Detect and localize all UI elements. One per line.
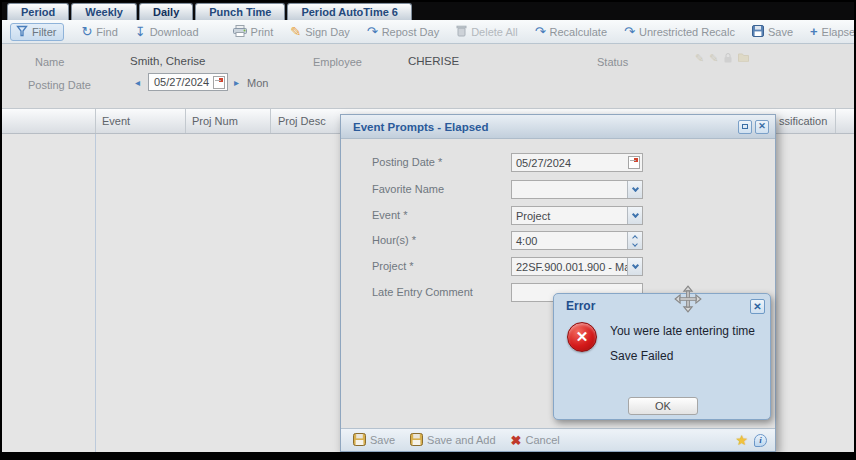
screen-frame: Period Weekly Daily Punch Time Period Au… <box>0 0 856 460</box>
filter-icon <box>16 25 28 39</box>
row-header-divider <box>95 134 96 452</box>
chevron-down-icon[interactable] <box>627 258 642 275</box>
recalculate-button[interactable]: ↷ Recalculate <box>535 25 607 38</box>
unrestricted-recalc-button[interactable]: ↷ Unrestricted Recalc <box>624 25 735 38</box>
repost-day-button[interactable]: ↷ Repost Day <box>367 25 439 38</box>
chevron-down-icon[interactable] <box>627 207 642 224</box>
dialog-save-label: Save <box>370 434 395 446</box>
calendar-line <box>215 80 221 81</box>
posting-date-value: 05/27/2024 <box>154 76 213 88</box>
column-header-classification-partial[interactable]: ssification <box>779 115 827 127</box>
favorite-star-icon[interactable]: ★ <box>735 432 748 448</box>
dialog-footer: Save Save and Add ✖ Cancel ★ i <box>341 428 775 451</box>
hours-label: Hour(s) * <box>372 234 416 246</box>
posting-date-input[interactable]: 05/27/2024 <box>148 73 228 91</box>
pencil-icon: ✎ <box>290 25 301 38</box>
favorite-name-label: Favorite Name <box>372 183 444 195</box>
project-select[interactable]: 22SF.900.001.900 - Mar <box>511 257 643 276</box>
late-entry-comment-label: Late Entry Comment <box>372 286 473 298</box>
elapsed-label: Elapsed <box>822 26 854 38</box>
edit-pencil-icon: ✎ <box>709 52 718 66</box>
status-label: Status <box>597 56 628 68</box>
tab-period[interactable]: Period <box>7 3 69 20</box>
column-header-event[interactable]: Event <box>102 115 130 127</box>
tab-period-autotime-6[interactable]: Period AutoTime 6 <box>287 3 412 20</box>
elapsed-button[interactable]: + Elapsed <box>810 25 854 38</box>
chevron-down-icon[interactable] <box>627 181 642 198</box>
find-label: Find <box>96 26 117 38</box>
calendar-icon[interactable] <box>628 156 640 169</box>
folder-icon <box>738 52 749 66</box>
column-header-proj-num[interactable]: Proj Num <box>192 115 238 127</box>
chevron-up-shape <box>632 235 638 241</box>
employee-label: Employee <box>313 56 362 68</box>
error-ok-button[interactable]: OK <box>628 397 698 415</box>
close-dialog-icon[interactable]: ✕ <box>755 120 769 134</box>
dialog-posting-date-input[interactable]: 05/27/2024 <box>511 153 643 172</box>
event-prompts-title: Event Prompts - Elapsed <box>353 121 735 133</box>
error-close-icon[interactable]: ✕ <box>750 299 765 314</box>
tab-punch-time[interactable]: Punch Time <box>195 3 285 20</box>
trash-icon <box>456 25 467 39</box>
unrestricted-recalc-label: Unrestricted Recalc <box>639 26 735 38</box>
tab-weekly[interactable]: Weekly <box>71 3 137 20</box>
hours-field-row: Hour(s) * 4:00 <box>341 231 775 250</box>
error-message-line2: Save Failed <box>610 349 673 363</box>
floppy-icon <box>353 433 366 448</box>
chevron-shape <box>631 261 638 268</box>
save-and-add-button[interactable]: Save and Add <box>410 433 496 448</box>
next-day-arrow-icon[interactable]: ▸ <box>234 77 239 88</box>
timesheet-app: Period Weekly Daily Punch Time Period Au… <box>2 2 854 452</box>
plus-icon: + <box>810 25 818 38</box>
dialog-posting-date-value: 05/27/2024 <box>512 157 628 169</box>
day-of-week-value: Mon <box>247 77 268 89</box>
cancel-x-icon: ✖ <box>511 434 522 447</box>
delete-all-button[interactable]: Delete All <box>456 25 517 39</box>
dialog-footer-right-icons: ★ i <box>735 429 767 451</box>
download-icon: ↧ <box>135 25 146 38</box>
column-divider <box>835 109 836 133</box>
favorite-name-field-row: Favorite Name <box>341 180 775 199</box>
event-prompts-titlebar[interactable]: Event Prompts - Elapsed ✕ <box>341 115 775 139</box>
column-header-proj-desc[interactable]: Proj Desc <box>278 115 326 127</box>
repost-day-label: Repost Day <box>382 26 439 38</box>
save-button[interactable]: Save <box>752 25 793 39</box>
favorite-name-select[interactable] <box>511 180 643 199</box>
save-label: Save <box>768 26 793 38</box>
posting-date-label: Posting Date <box>28 79 91 91</box>
column-divider <box>270 109 271 133</box>
hours-spinner[interactable]: 4:00 <box>511 231 643 250</box>
download-button[interactable]: ↧ Download <box>135 25 199 38</box>
dialog-save-button[interactable]: Save <box>353 433 395 448</box>
event-select[interactable]: Project <box>511 206 643 225</box>
restore-window-icon[interactable] <box>738 120 752 134</box>
find-button[interactable]: ↻ Find <box>81 25 117 38</box>
redo-icon: ↷ <box>535 25 546 38</box>
floppy-icon <box>410 433 423 448</box>
spinner-arrows-icon[interactable] <box>627 232 642 249</box>
event-field-row: Event * Project <box>341 206 775 225</box>
calendar-icon[interactable] <box>213 76 225 89</box>
filter-label: Filter <box>32 26 56 38</box>
cancel-button[interactable]: ✖ Cancel <box>511 434 560 447</box>
floppy-icon <box>752 25 764 39</box>
calendar-line <box>630 160 636 161</box>
column-divider <box>185 109 186 133</box>
lock-icon <box>723 52 733 66</box>
project-field-row: Project * 22SF.900.001.900 - Mar <box>341 257 775 276</box>
chevron-down-shape <box>632 241 638 247</box>
info-icon[interactable]: i <box>754 434 767 447</box>
tab-daily[interactable]: Daily <box>139 3 193 20</box>
previous-day-arrow-icon[interactable]: ◂ <box>135 77 140 88</box>
chevron-shape <box>631 210 638 217</box>
tab-bar: Period Weekly Daily Punch Time Period Au… <box>2 2 854 20</box>
filter-button[interactable]: Filter <box>10 23 64 41</box>
sign-day-button[interactable]: ✎ Sign Day <box>290 25 350 38</box>
header-form: Name Smith, Cherise Employee CHERISE Sta… <box>2 44 854 108</box>
redo-icon: ↷ <box>367 25 378 38</box>
toolbar: Filter ↻ Find ↧ Download Print ✎ Sign Da… <box>2 20 854 44</box>
print-button[interactable]: Print <box>233 25 274 39</box>
redo-icon: ↷ <box>624 25 635 38</box>
download-label: Download <box>150 26 199 38</box>
error-red-x-icon: ✕ <box>567 322 597 352</box>
